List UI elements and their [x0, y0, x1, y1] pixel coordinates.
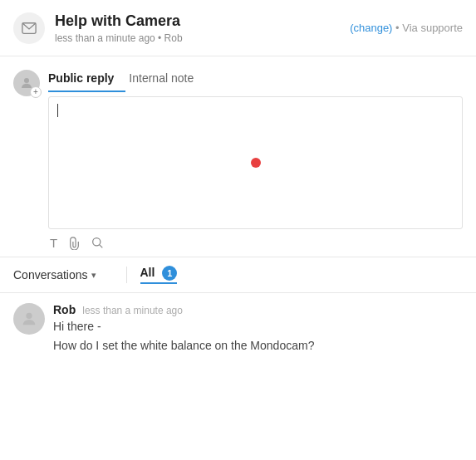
via-label: • Via supporte [395, 22, 463, 34]
ticket-title: Help with Camera [55, 12, 340, 31]
change-link[interactable]: (change) [350, 22, 392, 34]
conv-author-name: Rob [53, 303, 76, 316]
composer-avatar: + [13, 70, 40, 96]
reply-editor[interactable] [48, 96, 463, 229]
avatar-plus-badge[interactable]: + [30, 86, 42, 98]
svg-point-1 [24, 78, 29, 83]
conversations-bar: Conversations ▾ All 1 [0, 257, 476, 293]
search-icon[interactable] [91, 237, 104, 249]
rob-avatar [13, 303, 45, 335]
svg-line-3 [100, 245, 103, 248]
filter-all[interactable]: All 1 [140, 266, 178, 284]
conv-message-2: How do I set the white balance on the Mo… [53, 337, 463, 355]
ticket-info: Help with Camera less than a minute ago … [55, 12, 340, 44]
filter-all-label: All [140, 266, 155, 279]
reply-toolbar: T [48, 229, 463, 257]
svg-point-4 [26, 313, 32, 319]
conv-content: Rob less than a minute ago Hi there - Ho… [53, 303, 463, 355]
tab-public-reply[interactable]: Public reply [48, 65, 125, 91]
red-dot-indicator [251, 158, 261, 168]
conversation-list: Rob less than a minute ago Hi there - Ho… [0, 293, 476, 355]
conversations-divider [126, 267, 127, 283]
conversation-item: Rob less than a minute ago Hi there - Ho… [13, 303, 463, 355]
reply-tabs: Public reply Internal note [48, 65, 463, 91]
attach-icon[interactable] [69, 237, 80, 250]
ticket-type-icon [13, 12, 45, 44]
text-cursor [57, 104, 58, 117]
ticket-actions: (change) • Via supporte [350, 22, 463, 34]
reply-right: Public reply Internal note T [48, 65, 463, 257]
all-badge: 1 [162, 266, 177, 281]
conversations-label: Conversations [13, 268, 88, 281]
text-format-icon[interactable]: T [50, 236, 57, 250]
envelope-icon [22, 21, 37, 36]
svg-point-2 [93, 238, 101, 246]
tab-internal-note[interactable]: Internal note [129, 65, 205, 91]
conv-author-time: less than a minute ago [82, 305, 183, 316]
conversations-dropdown[interactable]: Conversations ▾ [13, 268, 113, 281]
chevron-down-icon: ▾ [91, 270, 96, 281]
rob-avatar-icon [20, 310, 38, 328]
reply-section: + Public reply Internal note T [0, 56, 476, 257]
conv-message-1: Hi there - [53, 318, 463, 335]
ticket-header: Help with Camera less than a minute ago … [0, 0, 476, 56]
conversation-filters: All 1 [140, 266, 178, 284]
ticket-meta: less than a minute ago • Rob [55, 32, 340, 44]
conv-author-line: Rob less than a minute ago [53, 303, 463, 316]
reply-top: + Public reply Internal note T [13, 65, 463, 257]
